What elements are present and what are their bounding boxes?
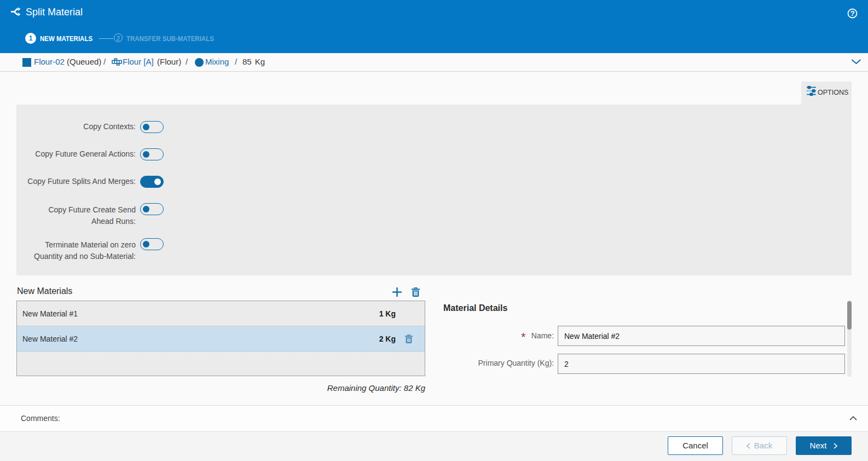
svg-text:?: ? [850, 9, 854, 18]
